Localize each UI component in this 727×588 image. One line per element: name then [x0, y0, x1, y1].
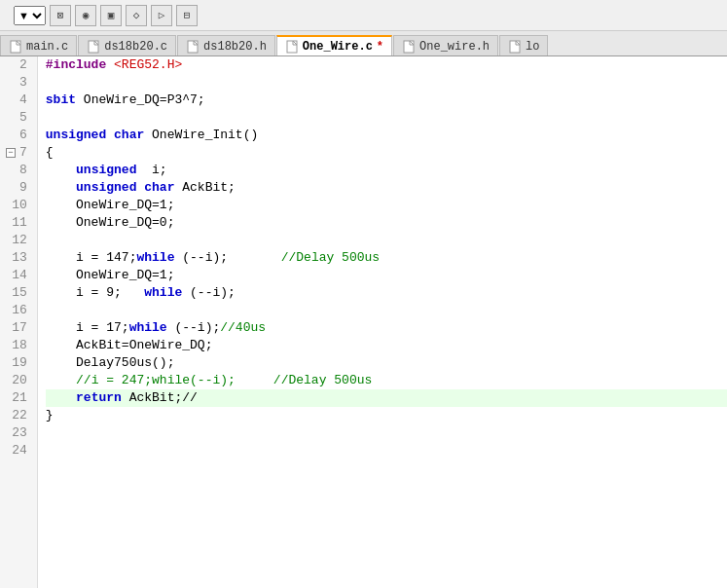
line-number: 20 [6, 372, 31, 389]
code-token: while [129, 320, 167, 335]
line-number: 15 [6, 284, 31, 302]
line-number: 19 [6, 354, 31, 372]
line-number: −7 [6, 144, 31, 162]
code-line: OneWire_DQ=1; [46, 267, 727, 284]
code-line [46, 302, 727, 319]
line-num-value: 13 [12, 249, 27, 267]
code-line: i = 9; while (--i); [46, 284, 727, 302]
code-token: i = 9; [46, 285, 144, 300]
tab-ds18b20-h[interactable]: ds18b20.h [177, 35, 275, 56]
tab-one-wire-c[interactable]: One_Wire.c* [276, 35, 392, 56]
code-line: i = 147;while (--i); //Delay 500us [46, 249, 727, 267]
code-token [46, 390, 76, 405]
code-token: while [144, 285, 182, 300]
line-number: 3 [6, 74, 31, 92]
code-token: Delay750us(); [46, 355, 175, 370]
tab-label: lo [526, 40, 539, 54]
code-token: //i = 247;while(--i); //Delay 500us [76, 373, 372, 387]
code-token: OneWire_DQ=P3^7; [84, 92, 205, 107]
code-token: #include [46, 57, 114, 72]
code-token: i; [136, 163, 166, 177]
tab-one-wire-h[interactable]: One_wire.h [393, 35, 498, 56]
file-icon [9, 40, 22, 54]
tab-label: One_wire.h [419, 40, 490, 54]
code-token: i = 147; [46, 250, 137, 265]
line-number: 17 [6, 319, 31, 337]
code-token: { [46, 145, 54, 160]
code-line: } [46, 407, 727, 424]
line-number: 5 [6, 109, 31, 127]
code-area: 23456−789101112131415161718192021222324 … [0, 56, 727, 588]
tab-main-c[interactable]: main.c [0, 35, 77, 56]
code-line [46, 442, 727, 459]
line-number: 14 [6, 267, 31, 284]
code-token: (--i); [167, 320, 221, 335]
code-token: AckBit; [174, 180, 235, 195]
line-number: 6 [6, 127, 31, 144]
code-line: sbit OneWire_DQ=P3^7; [46, 92, 727, 109]
code-token: return [76, 390, 122, 405]
line-num-value: 8 [19, 162, 27, 179]
tab-lo[interactable]: lo [499, 35, 548, 56]
code-token: //Delay 500us [281, 250, 380, 265]
line-number: 18 [6, 337, 31, 354]
file-icon [285, 40, 299, 54]
toolbar-btn-2[interactable]: ◉ [75, 5, 96, 26]
toolbar-dropdown[interactable]: ▼ [14, 6, 46, 25]
toolbar: ▼ ⊠ ◉ ▣ ◇ ▷ ⊟ [0, 0, 727, 31]
code-line [46, 232, 727, 249]
code-token [46, 373, 76, 387]
code-line [46, 74, 727, 92]
fold-icon[interactable]: − [6, 148, 16, 158]
file-icon [402, 40, 416, 54]
code-line: AckBit=OneWire_DQ; [46, 337, 727, 354]
code-line: #include <REG52.H> [46, 56, 727, 74]
line-num-value: 19 [12, 354, 27, 372]
line-num-value: 18 [12, 337, 27, 354]
line-number: 23 [6, 424, 31, 442]
code-line: Delay750us(); [46, 354, 727, 372]
line-num-value: 10 [12, 197, 27, 214]
code-token: AckBit;// [122, 390, 198, 405]
line-num-value: 2 [19, 56, 27, 74]
line-num-value: 23 [12, 424, 27, 442]
tab-ds18b20-c[interactable]: ds18b20.c [78, 35, 176, 56]
toolbar-btn-6[interactable]: ⊟ [176, 5, 198, 26]
code-line: unsigned i; [46, 162, 727, 179]
toolbar-btn-5[interactable]: ▷ [151, 5, 172, 26]
code-token [46, 163, 76, 177]
code-line: //i = 247;while(--i); //Delay 500us [46, 372, 727, 389]
code-token: OneWire_DQ=1; [46, 198, 175, 212]
code-token: unsigned char [46, 128, 152, 142]
code-line: OneWire_DQ=1; [46, 197, 727, 214]
line-num-value: 11 [12, 214, 27, 232]
line-num-value: 22 [12, 407, 27, 424]
code-line: return AckBit;// [46, 389, 727, 407]
code-line: i = 17;while (--i);//40us [46, 319, 727, 337]
line-number: 21 [6, 389, 31, 407]
code-line: OneWire_DQ=0; [46, 214, 727, 232]
toolbar-btn-3[interactable]: ▣ [100, 5, 122, 26]
line-num-value: 5 [19, 109, 27, 127]
code-token: OneWire_Init() [152, 128, 258, 142]
code-token: (--i); [174, 250, 280, 265]
line-num-value: 12 [12, 232, 27, 249]
toolbar-btn-4[interactable]: ◇ [126, 5, 147, 26]
line-number: 11 [6, 214, 31, 232]
code-token: while [136, 250, 174, 265]
line-num-value: 3 [19, 74, 27, 92]
code-content: #include <REG52.H> sbit OneWire_DQ=P3^7;… [38, 56, 727, 588]
line-numbers: 23456−789101112131415161718192021222324 [0, 56, 38, 588]
line-num-value: 20 [12, 372, 27, 389]
line-number: 10 [6, 197, 31, 214]
tab-label: main.c [26, 40, 68, 54]
code-line [46, 109, 727, 127]
line-num-value: 24 [12, 442, 27, 459]
line-number: 2 [6, 56, 31, 74]
code-line: { [46, 144, 727, 162]
code-token: <REG52.H> [114, 57, 182, 72]
code-line: unsigned char AckBit; [46, 179, 727, 197]
toolbar-btn-1[interactable]: ⊠ [50, 5, 71, 26]
code-token: (--i); [182, 285, 236, 300]
code-token: i = 17; [46, 320, 129, 335]
